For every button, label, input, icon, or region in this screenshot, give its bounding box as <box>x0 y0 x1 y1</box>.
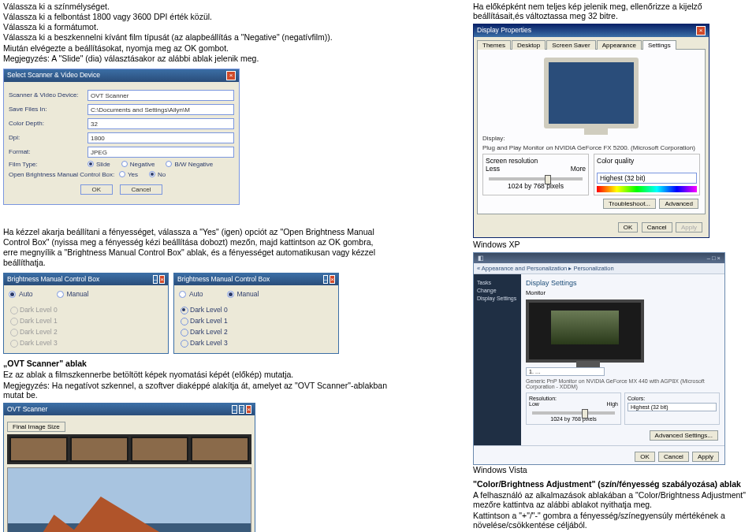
manual-radio[interactable]: Manual <box>227 290 259 298</box>
final-image-size-menu[interactable]: Final Image Size <box>7 422 65 432</box>
color-quality-dropdown[interactable]: Highest (32 bit) <box>597 173 697 184</box>
tab-desktop[interactable]: Desktop <box>512 40 546 50</box>
apply-button[interactable]: Apply <box>676 222 702 233</box>
instruction-line: Miután elvégezte a beállításokat, nyomja… <box>3 43 389 54</box>
instruction-line: Válassza ki a színmélységet. <box>3 2 389 12</box>
field-label: Dpi: <box>9 134 88 141</box>
page-title: Display Settings <box>526 279 720 287</box>
resolution-label: Screen resolution <box>486 157 586 165</box>
preview-instruction-text: Ha előképként nem teljes kép jelenik meg… <box>473 2 753 20</box>
ovt-scanner-window: OVT Scanner – □ × Final Image Size <box>3 403 255 532</box>
device-dropdown[interactable]: OVT Scanner <box>88 90 234 101</box>
dialog-title: OVT Scanner <box>7 405 47 414</box>
tab-themes[interactable]: Themes <box>477 40 511 50</box>
dark-level-option[interactable]: Dark Level 3 <box>179 337 333 348</box>
color-brightness-text: Kattintson a "+"/"-" gombra a fényesség/… <box>473 511 753 530</box>
apply-button[interactable]: Apply <box>692 452 719 462</box>
ovt-text: Megjegyzés: Ha negatívot szkennel, a szo… <box>3 381 389 400</box>
display-value: Plug and Play Monitor on NVIDIA GeForce … <box>482 144 700 151</box>
instructions-block: Válassza ki a színmélységet. Válassza ki… <box>3 2 389 64</box>
close-icon[interactable]: × <box>246 405 251 414</box>
color-depth-dropdown[interactable]: 32 <box>88 118 234 129</box>
dark-level-option: Dark Level 3 <box>9 337 163 348</box>
minimize-icon[interactable]: – <box>232 405 236 414</box>
close-icon[interactable]: × <box>696 26 706 35</box>
colors-label: Colors: <box>628 396 717 401</box>
scanner-settings-dialog: Select Scanner & Video Device × Scanner … <box>3 69 240 205</box>
instruction-line: Válassza ki a felbontást 1800 vagy 3600 … <box>3 12 389 22</box>
minimize-icon[interactable]: – <box>323 275 328 284</box>
maximize-icon[interactable]: □ <box>239 405 244 414</box>
format-dropdown[interactable]: JPEG <box>88 147 234 158</box>
dialog-title: Brightness Manual Control Box <box>7 275 99 284</box>
film-frame[interactable] <box>131 437 189 462</box>
tab-settings[interactable]: Settings <box>642 40 676 50</box>
advanced-settings-button[interactable]: Advanced Settings... <box>650 430 718 441</box>
close-icon[interactable]: × <box>330 275 335 284</box>
save-path-field[interactable]: C:\Documents and Settings\Ailyn\M <box>88 104 234 115</box>
minimize-icon[interactable]: – <box>707 255 710 262</box>
close-icon[interactable]: × <box>226 71 236 80</box>
sidebar-item: Tasks <box>477 280 518 285</box>
vista-display-dialog: ◧– □ × « Appearance and Personalization … <box>473 252 725 465</box>
cancel-button[interactable]: Cancel <box>658 452 689 462</box>
dialog-title: Brightness Manual Control Box <box>177 275 270 284</box>
minimize-icon[interactable]: – <box>153 275 158 284</box>
monitor-description: Generic PnP Monitor on NVIDIA GeForce MX… <box>526 378 720 389</box>
close-icon[interactable]: × <box>159 275 165 284</box>
close-icon[interactable]: × <box>717 255 721 262</box>
film-frame[interactable] <box>191 437 249 462</box>
monitor-dropdown[interactable]: 1. … <box>526 367 605 376</box>
brightness-dialog-manual: Brightness Manual Control Box – × Auto M… <box>173 273 339 354</box>
brightness-no-radio[interactable]: No <box>149 171 166 178</box>
dark-level-option[interactable]: Dark Level 1 <box>179 315 333 326</box>
field-label: Film Type: <box>9 161 88 168</box>
film-frame[interactable] <box>9 437 68 462</box>
dark-level-option[interactable]: Dark Level 0 <box>179 304 333 315</box>
brightness-yes-radio[interactable]: Yes <box>119 171 138 178</box>
xp-caption: Windows XP <box>473 240 753 249</box>
breadcrumb[interactable]: « Appearance and Personalization ▸ Perso… <box>474 263 724 274</box>
dpi-dropdown[interactable]: 1800 <box>88 132 234 143</box>
resolution-slider[interactable] <box>532 411 615 415</box>
ok-button[interactable]: OK <box>80 184 114 195</box>
auto-radio[interactable]: Auto <box>9 290 33 298</box>
advanced-button[interactable]: Advanced <box>659 199 698 209</box>
dark-level-option[interactable]: Dark Level 2 <box>179 326 333 337</box>
cancel-button[interactable]: Cancel <box>120 184 163 195</box>
auto-radio[interactable]: Auto <box>179 290 203 298</box>
color-brightness-heading: "Color/Brightness Adjustment" (szín/fény… <box>473 479 753 489</box>
film-type-negative-radio[interactable]: Negative <box>121 161 155 168</box>
instruction-line: Válassza ki a formátumot. <box>3 22 389 32</box>
film-type-slide-radio[interactable]: Slide <box>88 161 110 168</box>
ok-button[interactable]: OK <box>635 452 655 462</box>
window-chrome: ◧ <box>478 255 484 262</box>
film-frame[interactable] <box>70 437 128 462</box>
field-label: Color Depth: <box>9 120 88 127</box>
tab-screensaver[interactable]: Screen Saver <box>546 40 595 50</box>
brightness-dialog-auto: Brightness Manual Control Box – × Auto M… <box>3 273 169 354</box>
instruction-line: Megjegyzés: A "Slide" (dia) választásako… <box>3 54 389 64</box>
cancel-button[interactable]: Cancel <box>642 222 672 233</box>
dark-level-option: Dark Level 1 <box>9 315 163 326</box>
dialog-titlebar: Select Scanner & Video Device × <box>4 69 239 82</box>
dialog-title: Display Properties <box>477 26 531 35</box>
tab-appearance[interactable]: Appearance <box>597 40 642 50</box>
ok-button[interactable]: OK <box>618 222 639 233</box>
sidebar-item[interactable]: Display Settings <box>477 296 518 301</box>
film-type-bw-radio[interactable]: B/W Negative <box>166 161 213 168</box>
field-label: Open Brightness Manual Control Box: <box>9 171 119 178</box>
colors-dropdown[interactable]: Highest (32 bit) <box>628 403 717 411</box>
ovt-heading: „OVT Scanner" ablak <box>3 359 389 368</box>
resolution-slider[interactable] <box>489 177 583 180</box>
dark-level-option: Dark Level 2 <box>9 326 163 337</box>
maximize-icon[interactable]: □ <box>712 255 716 262</box>
vista-caption: Windows Vista <box>473 465 527 474</box>
sidebar-item[interactable]: Change <box>477 288 518 293</box>
preview-image <box>7 467 251 532</box>
manual-radio[interactable]: Manual <box>57 290 89 298</box>
resolution-value: 1024 by 768 pixels <box>486 182 586 190</box>
filmstrip <box>7 434 251 464</box>
display-label: Display: <box>482 135 700 142</box>
troubleshoot-button[interactable]: Troubleshoot... <box>603 199 656 209</box>
